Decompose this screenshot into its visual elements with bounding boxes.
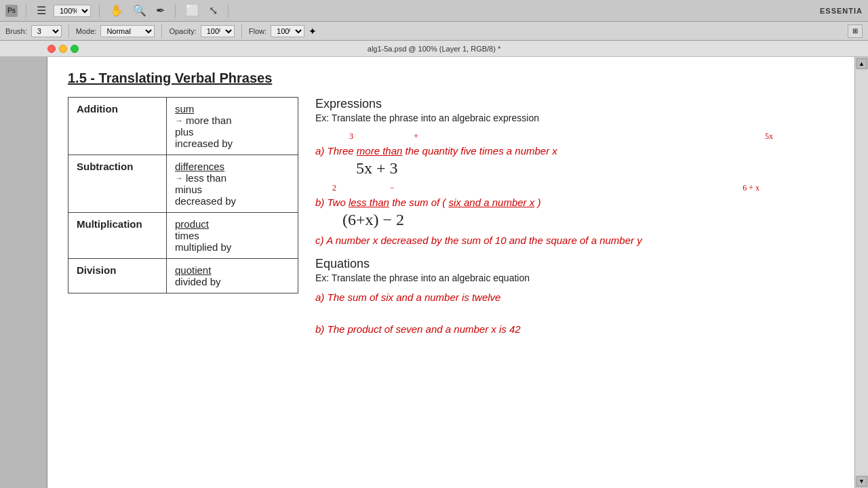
brush-size-select[interactable]: 3 <box>31 25 62 37</box>
terms-cell-addition: sum →more than plus increased by <box>167 98 298 155</box>
minimize-button[interactable] <box>59 45 67 53</box>
annotation-two: 2 <box>332 183 336 193</box>
expressions-header: Expressions <box>315 97 834 111</box>
expressions-subheader-text: Ex: Translate the phrase into an algebra… <box>315 113 539 123</box>
terms-cell-division: quotient divided by <box>167 259 298 293</box>
expressions-title: Expressions <box>315 97 382 110</box>
example-b-six-x: six and a number x <box>449 197 535 208</box>
main-columns: Addition sum →more than plus increased b… <box>68 97 834 335</box>
flow-label: Flow: <box>249 27 267 35</box>
page-content: 1.5 - Translating Verbal Phrases Additio… <box>47 57 854 464</box>
example-a-more-than: more than <box>357 145 403 157</box>
operation-cell-addition: Addition <box>68 98 167 155</box>
move-tool[interactable]: ☰ <box>35 4 48 17</box>
brush-label: Brush: <box>5 27 27 35</box>
example-a-annotations: 3 + 5x <box>315 131 834 145</box>
operation-cell-multiplication: Multiplication <box>68 213 167 259</box>
scroll-up-button[interactable]: ▲ <box>856 58 867 69</box>
term-decreased-by: decreased by <box>175 195 290 207</box>
page-title: 1.5 - Translating Verbal Phrases <box>68 70 834 86</box>
example-b-annotations: 2 − 6 + x <box>315 183 834 197</box>
division-label: Division <box>77 264 116 276</box>
essentia-label: ESSENTIA <box>820 7 863 15</box>
content-wrapper: 1.5 - Translating Verbal Phrases Additio… <box>47 57 854 488</box>
annotation-plus: + <box>414 131 418 142</box>
example-a: a) Three more than the quantity five tim… <box>315 145 834 157</box>
term-differences: differences <box>175 161 290 172</box>
term-less-than: →less than <box>175 172 290 184</box>
annotation-minus-b: − <box>390 183 395 193</box>
mode-select[interactable]: Normal <box>100 25 155 37</box>
separator <box>68 24 69 38</box>
zoom-select[interactable]: 100% <box>54 5 91 17</box>
left-sidebar <box>0 57 47 488</box>
separator <box>175 4 176 18</box>
hand-tool[interactable]: ✋ <box>108 4 125 17</box>
terms-cell-multiplication: product times multiplied by <box>167 213 298 259</box>
title-bar: alg1-5a.psd @ 100% (Layer 1, RGB/8) * <box>0 41 868 57</box>
terms-cell-subtraction: differences →less than minus decreased b… <box>167 155 298 213</box>
eyedropper-tool[interactable]: ✒ <box>154 4 167 17</box>
annotation-5x: 5x <box>765 131 773 142</box>
term-product: product <box>175 218 290 230</box>
transform-tool[interactable]: ⤡ <box>207 4 220 17</box>
example-a-x: x <box>552 145 557 157</box>
right-scrollbar: ▲ ▼ <box>854 57 868 488</box>
window-title: alg1-5a.psd @ 100% (Layer 1, RGB/8) * <box>368 45 500 53</box>
second-toolbar: Brush: 3 Mode: Normal Opacity: 100% Flow… <box>0 22 868 41</box>
example-c: c) A number x decreased by the sum of 10… <box>315 235 834 246</box>
top-toolbar: Ps ☰ 100% ✋ 🔍 ✒ ⬜ ⤡ ESSENTIA <box>0 0 868 22</box>
operation-cell-division: Division <box>68 259 167 293</box>
expressions-equations-section: Expressions Ex: Translate the phrase int… <box>298 97 834 335</box>
example-b-less-than: less than <box>349 197 389 208</box>
separator <box>161 24 162 38</box>
separator <box>99 4 100 18</box>
table-row: Subtraction differences →less than minus… <box>68 155 298 213</box>
opacity-label: Opacity: <box>169 27 196 35</box>
expressions-subheader: Ex: Translate the phrase into an algebra… <box>315 113 834 123</box>
subtraction-label: Subtraction <box>77 161 133 172</box>
photoshop-icon[interactable]: Ps <box>5 5 18 17</box>
flow-select[interactable]: 100% <box>271 25 304 37</box>
equation-a: a) The sum of six and a number is twelve <box>315 291 834 303</box>
annotation-6x: 6 + x <box>743 183 760 193</box>
marquee-tool[interactable]: ⬜ <box>184 4 201 17</box>
example-c-text: c) <box>315 235 324 246</box>
table-row: Addition sum →more than plus increased b… <box>68 98 298 155</box>
term-increased-by: increased by <box>175 138 290 149</box>
equations-section: Equations Ex: Translate the phrase into … <box>315 257 834 335</box>
example-a-result: 5x + 3 <box>356 159 834 178</box>
example-b-label: b) Two <box>315 197 349 208</box>
airbrush-toggle[interactable]: ✦ <box>309 26 317 37</box>
maximize-button[interactable] <box>71 45 79 53</box>
annotation-three: 3 <box>349 131 353 142</box>
scroll-down-button[interactable]: ▼ <box>856 476 867 487</box>
multiplication-label: Multiplication <box>77 218 142 230</box>
example-a-label: a) Three <box>315 145 357 157</box>
term-multiplied-by: multiplied by <box>175 241 290 253</box>
operation-table-section: Addition sum →more than plus increased b… <box>68 97 298 335</box>
equation-a-text: a) The sum of six and a number is twelve <box>315 291 500 303</box>
separator <box>241 24 242 38</box>
example-b-paren: ) <box>537 197 540 208</box>
equation-b-text: b) The product of seven and a number x i… <box>315 323 521 335</box>
table-row: Multiplication product times multiplied … <box>68 213 298 259</box>
term-plus: plus <box>175 126 290 138</box>
equations-subheader-text: Ex: Translate the phrase into an algebra… <box>315 272 530 283</box>
term-quotient: quotient <box>175 264 290 276</box>
equations-header: Equations <box>315 257 834 271</box>
term-divided-by: divided by <box>175 276 290 287</box>
mode-label: Mode: <box>76 27 97 35</box>
operation-cell-subtraction: Subtraction <box>68 155 167 213</box>
scroll-track <box>855 69 868 476</box>
close-button[interactable] <box>47 45 56 53</box>
opacity-select[interactable]: 100% <box>201 25 235 37</box>
zoom-tool[interactable]: 🔍 <box>131 4 149 17</box>
separator <box>26 4 26 18</box>
term-times: times <box>175 230 290 241</box>
options-button[interactable]: ⊞ <box>848 24 863 38</box>
example-b-rest: the sum of ( <box>392 197 446 208</box>
main-layout: 1.5 - Translating Verbal Phrases Additio… <box>0 57 868 488</box>
addition-label: Addition <box>77 103 118 115</box>
separator <box>228 4 229 18</box>
